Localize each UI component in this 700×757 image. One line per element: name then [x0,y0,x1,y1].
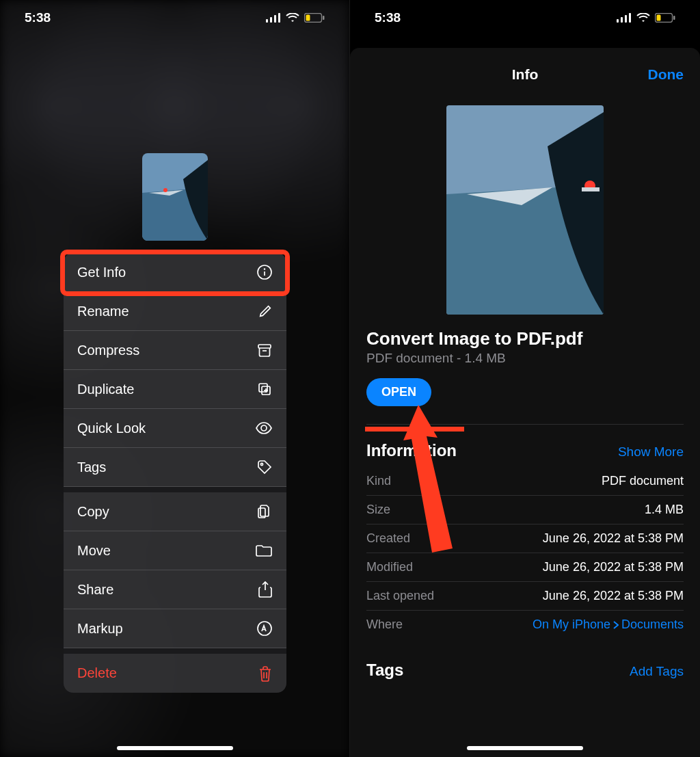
menu-item-share[interactable]: Share [64,570,286,609]
info-value: June 26, 2022 at 5:38 PM [543,531,684,546]
svg-rect-32 [657,15,661,21]
svg-rect-28 [625,15,627,23]
show-more-button[interactable]: Show More [618,444,684,460]
menu-item-duplicate[interactable]: Duplicate [64,370,286,409]
doc-on-doc-icon [256,503,273,520]
home-indicator[interactable] [467,746,583,750]
svg-rect-2 [274,15,276,23]
menu-item-tags[interactable]: Tags [64,448,286,487]
svg-rect-3 [278,13,280,23]
svg-rect-26 [617,19,619,23]
info-key: Modified [366,560,413,574]
battery-icon [304,13,325,23]
status-bar: 5:38 [0,0,349,36]
markup-icon [256,620,273,637]
info-value: 1.4 MB [645,503,684,517]
info-value: June 26, 2022 at 5:38 PM [543,560,684,574]
battery-icon [655,13,675,23]
info-key: Kind [366,474,391,488]
menu-item-move[interactable]: Move [64,531,286,570]
information-section-head: Information Show More [366,441,684,460]
svg-rect-5 [323,16,325,20]
pencil-icon [258,304,273,319]
svg-rect-37 [582,187,600,191]
menu-item-copy[interactable]: Copy [64,492,286,531]
menu-item-delete[interactable]: Delete [64,654,286,693]
folder-icon [255,544,273,557]
svg-point-13 [264,268,265,269]
info-row-where[interactable]: Where On My iPhone Documents [366,611,684,639]
eye-icon [255,422,273,434]
info-header: Info Done [366,59,684,90]
screenshot-left: 5:38 [0,0,350,757]
menu-item-get-info[interactable]: Get Info [64,253,286,292]
divider [366,424,684,425]
menu-item-label: Quick Look [77,421,146,436]
menu-item-label: Delete [77,665,117,681]
file-thumbnail[interactable] [142,153,208,241]
menu-item-label: Tags [77,460,106,475]
file-subtitle: PDF document - 1.4 MB [366,351,684,366]
svg-rect-29 [629,13,631,23]
file-name: Convert Image to PDF.pdf [366,328,684,349]
tag-icon [256,459,273,475]
svg-point-20 [261,425,267,431]
menu-item-quick-look[interactable]: Quick Look [64,409,286,448]
menu-item-label: Copy [77,504,109,520]
chevron-right-icon [613,621,619,629]
open-button[interactable]: OPEN [366,378,431,406]
svg-rect-31 [673,16,675,20]
menu-item-compress[interactable]: Compress [64,331,286,370]
menu-separator [64,487,286,492]
info-title: Info [512,66,538,83]
info-icon [256,264,273,280]
wifi-icon [286,13,299,23]
info-row-kind: Kind PDF document [366,467,684,496]
where-path[interactable]: On My iPhone Documents [533,617,684,632]
where-segment: On My iPhone [533,617,610,632]
status-icons [266,13,325,23]
home-indicator[interactable] [117,746,233,750]
menu-item-label: Get Info [77,265,126,280]
svg-rect-0 [266,19,268,23]
where-segment: Documents [621,617,684,632]
info-row-size: Size 1.4 MB [366,496,684,524]
info-key: Last opened [366,589,434,603]
done-button[interactable]: Done [648,66,684,83]
menu-item-label: Share [77,582,113,598]
info-sheet: Info Done Convert Image to PDF.pdf PDF d… [350,48,700,757]
screenshot-right: 5:38 Info Done [350,0,700,757]
info-list: Kind PDF document Size 1.4 MB Created Ju… [366,467,684,639]
info-key: Size [366,503,390,517]
status-icons [617,13,675,23]
svg-rect-6 [306,15,310,21]
info-key: Created [366,531,410,546]
info-row-last-opened: Last opened June 26, 2022 at 5:38 PM [366,582,684,611]
svg-point-10 [163,188,167,192]
status-bar: 5:38 [350,0,700,36]
info-row-modified: Modified June 26, 2022 at 5:38 PM [366,553,684,582]
annotation-underline [365,427,464,430]
menu-item-markup[interactable]: Markup [64,609,286,648]
status-time: 5:38 [25,10,51,25]
info-key: Where [366,617,403,632]
file-preview[interactable] [446,105,604,315]
svg-rect-14 [258,345,271,348]
add-tags-button[interactable]: Add Tags [630,664,684,679]
menu-item-label: Compress [77,343,139,358]
menu-item-label: Move [77,543,111,559]
duplicate-icon [256,381,273,397]
info-value: PDF document [602,474,684,488]
signal-icon [617,13,632,23]
menu-item-label: Markup [77,621,123,637]
menu-separator [64,648,286,654]
wifi-icon [636,13,650,23]
share-icon [258,581,273,598]
info-value: June 26, 2022 at 5:38 PM [543,589,684,603]
menu-item-rename[interactable]: Rename [64,292,286,331]
menu-item-label: Rename [77,304,129,319]
archive-icon [256,343,273,358]
information-heading: Information [366,441,457,460]
tags-section-head: Tags Add Tags [366,661,684,680]
trash-icon [258,665,273,682]
